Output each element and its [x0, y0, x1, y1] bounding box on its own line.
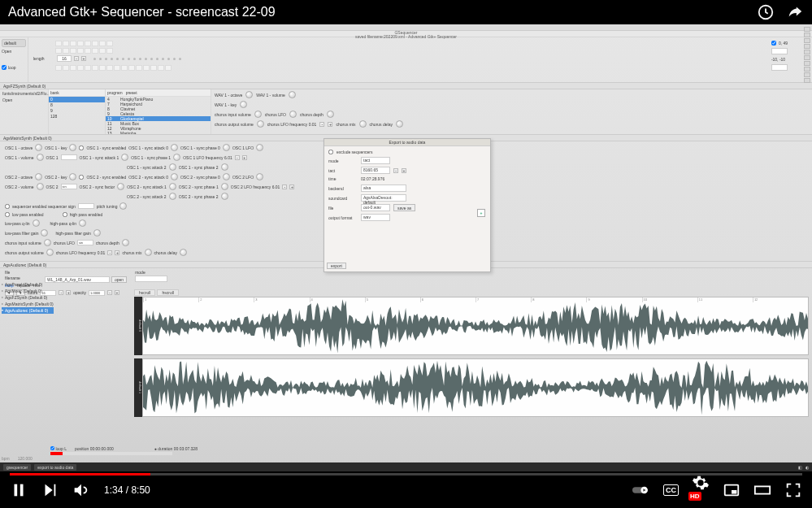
wave-track-1[interactable]: default 1 [134, 358, 809, 417]
length-label: length [33, 56, 51, 61]
next-button[interactable] [41, 481, 59, 499]
tray-icon[interactable]: ◐ [805, 465, 809, 470]
wav1-key-knob[interactable] [240, 101, 247, 108]
wave-side-label: default 0 [134, 297, 142, 355]
fullscreen-button[interactable] [784, 481, 802, 499]
track-item[interactable]: AgsFZSynth (Default 0) [5, 294, 47, 301]
save-as-button[interactable]: save as [393, 204, 415, 211]
export-dialog: Export to audio data exclude sequencers … [323, 138, 491, 272]
chorus-delay-knob[interactable] [396, 120, 403, 128]
captions-button[interactable]: CC [663, 484, 679, 496]
spinner-1[interactable] [771, 48, 788, 54]
bank-list[interactable]: bank 0 8 9 128 [49, 89, 106, 134]
taskbar-app[interactable]: gsequencer [3, 464, 31, 471]
tray-icon[interactable]: ◧ [798, 465, 802, 470]
chorus-in-knob[interactable] [254, 111, 262, 118]
svg-rect-6 [732, 490, 736, 494]
volume-icon[interactable] [72, 481, 89, 499]
svg-rect-1 [15, 484, 18, 496]
add-output-button[interactable]: + [477, 209, 485, 217]
export-button[interactable]: export [327, 263, 346, 269]
section-fzsynth[interactable]: AgsFZSynth (Default 0) [0, 82, 812, 89]
track-item[interactable]: AgsMixer (Default 0) [5, 288, 42, 294]
tact-field[interactable]: 8160.65 [361, 167, 390, 174]
video-controls: 1:34 / 8:50 CC HD [0, 471, 812, 508]
bank-item[interactable]: 9 [49, 108, 105, 114]
loop-checkbox[interactable] [2, 65, 7, 70]
pause-button[interactable] [10, 481, 28, 499]
bpm-value: 120.000 [18, 456, 33, 461]
video-title-bar: Advanced Gtk+ Sequencer - screencast 22-… [0, 0, 812, 24]
bank-item[interactable]: 8 [49, 102, 105, 108]
wav1-octave-knob[interactable] [245, 91, 253, 98]
position-label: position 00:00:00.000 [75, 446, 114, 451]
open-file-btn[interactable]: open [111, 276, 127, 283]
program-list[interactable]: programpreset 4HongkyTonkPiano 7Harpsich… [106, 89, 211, 134]
wave-tab[interactable]: hscroll [134, 289, 155, 296]
filename-field[interactable]: WL_148_A_Arp_01.wav [45, 276, 110, 283]
track-item[interactable]: AgsMatrixSynth (Default 0) [5, 301, 54, 307]
right-palette [804, 27, 810, 83]
sf2-open[interactable]: Open [1, 97, 47, 103]
run-label-2: -10, -10 [771, 57, 785, 62]
track-item[interactable]: AgsAudiorec (Default 0) [5, 307, 48, 314]
loop-enabled[interactable] [50, 446, 54, 450]
share-icon[interactable] [786, 3, 804, 21]
video-progress[interactable] [10, 473, 802, 475]
mode-select[interactable]: tact [361, 157, 390, 164]
video-title: Advanced Gtk+ Sequencer - screencast 22-… [8, 5, 276, 20]
bank-header: bank [49, 89, 105, 97]
bank-item[interactable]: 0 [49, 97, 105, 102]
pattern-grid[interactable]: length 16 - + [28, 37, 272, 82]
audiorec-file-label: file [5, 270, 40, 275]
autoplay-toggle[interactable] [632, 481, 650, 499]
video-progress-played [10, 473, 150, 475]
watch-later-icon[interactable] [757, 3, 775, 21]
app-window-title: GSequencer saved filename:202209.xml - A… [355, 31, 457, 39]
app-menubar: GSequencer saved filename:202209.xml - A… [0, 31, 812, 37]
loop-label: loop [8, 65, 15, 70]
instrument-browser: fonts/instruments/sf2/Flu… Open bank 0 8… [0, 89, 812, 134]
miniplayer-button[interactable] [723, 481, 740, 499]
svg-rect-7 [755, 486, 770, 493]
theater-button[interactable] [753, 481, 771, 499]
exclude-seq-check[interactable] [328, 150, 333, 154]
length-inc[interactable]: + [81, 56, 86, 61]
bottom-status: loop L position 00:00:00.000 ● duration … [2, 445, 810, 460]
time-value: 02:07:28.976 [361, 176, 384, 181]
soundcard-select[interactable]: AgsAlsaDevout: default [361, 194, 406, 202]
wave-tab[interactable]: hscroll [157, 289, 178, 296]
chorus-depth-knob[interactable] [327, 111, 334, 118]
chorus-out-knob[interactable] [257, 120, 264, 128]
track-item[interactable]: AgsPanel (Default 0) [5, 281, 42, 288]
dialog-title: Export to audio data [324, 139, 490, 146]
app-viewport: GSequencer saved filename:202209.xml - A… [0, 24, 812, 471]
backend-select[interactable]: alsa [361, 185, 406, 192]
wav1-volume-knob[interactable] [289, 91, 296, 98]
track-tree[interactable]: ▹AgsPanel (Default 0) ▹AgsMixer (Default… [2, 281, 54, 314]
duration-label: duration 00:03:07.328 [158, 446, 198, 451]
spinner-2[interactable] [771, 64, 788, 71]
run-check-1[interactable] [771, 41, 776, 46]
waveform-area: hscrollhscroll default 0 123456789101112… [134, 289, 809, 415]
length-dec[interactable]: - [74, 56, 79, 61]
settings-button[interactable]: HD [692, 474, 710, 506]
wave-track-0[interactable]: default 0 123456789101112 [134, 297, 809, 355]
wave-side-label: default 1 [134, 358, 142, 417]
outfile-field[interactable]: out-0.wav [361, 204, 390, 211]
program-row[interactable]: 13Marimba [106, 131, 211, 134]
taskbar-dialog[interactable]: export to audio data [34, 464, 76, 471]
sf2-path: fonts/instruments/sf2/Flu… [1, 90, 47, 97]
chorus-mix-knob[interactable] [359, 120, 367, 128]
chorus-lfo-knob[interactable] [289, 111, 297, 118]
default-tab[interactable]: default [2, 39, 26, 47]
bank-item[interactable]: 128 [49, 114, 105, 119]
open-button-small[interactable]: Open [2, 49, 26, 54]
timeline-mini[interactable] [50, 452, 172, 455]
opacity-field[interactable]: 1.0000 [89, 290, 105, 296]
format-select[interactable]: wav [361, 214, 390, 221]
length-input[interactable]: 16 [57, 55, 72, 62]
audiorec-filename-label: filename [5, 276, 40, 280]
svg-rect-2 [20, 484, 24, 496]
desktop-taskbar: gsequencer export to audio data ◧◐ [0, 462, 812, 471]
